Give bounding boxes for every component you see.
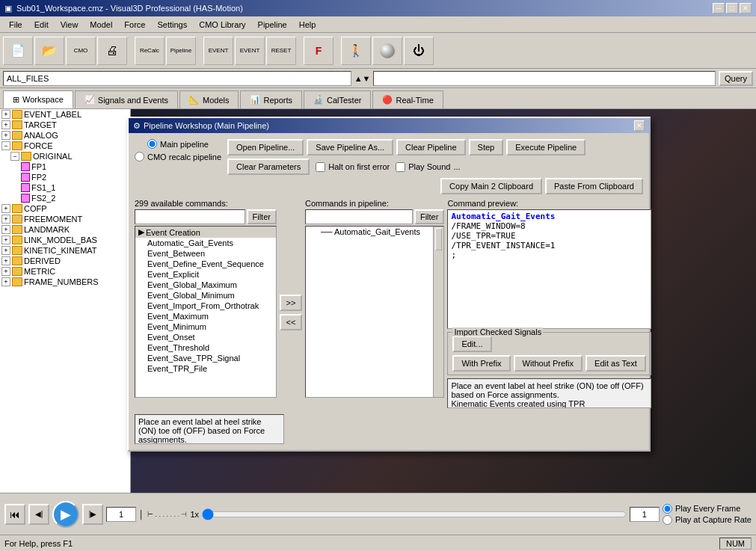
play-button[interactable]: ▶ bbox=[52, 501, 79, 528]
step-back-button[interactable]: ◀| bbox=[28, 504, 49, 525]
play-every-frame-option[interactable]: Play Every Frame bbox=[663, 504, 752, 514]
tree-item-kinetic[interactable]: + KINETIC_KINEMAT bbox=[0, 245, 130, 256]
expander-icon[interactable]: + bbox=[1, 256, 10, 265]
tree-item-cofp[interactable]: + COFP bbox=[0, 203, 130, 214]
list-item-import-ortho[interactable]: Event_Import_From_Orthotrak bbox=[135, 301, 276, 311]
menu-cmo-library[interactable]: CMO Library bbox=[193, 19, 251, 31]
halt-checkbox-label[interactable]: Halt on first error bbox=[316, 162, 390, 172]
mid-filter-button[interactable]: Filter bbox=[414, 209, 444, 224]
radio-cmo-input[interactable] bbox=[135, 152, 144, 161]
playback-slider[interactable] bbox=[202, 507, 627, 522]
tree-item-fs22[interactable]: FS2_2 bbox=[0, 193, 130, 203]
menu-view[interactable]: View bbox=[55, 19, 84, 31]
expander-icon[interactable]: − bbox=[1, 141, 10, 150]
list-item-explicit[interactable]: Event_Explicit bbox=[135, 269, 276, 280]
execute-pipeline-button[interactable]: Execute Pipeline bbox=[506, 139, 586, 156]
event-creation-group[interactable]: ▶ Event Creation bbox=[135, 227, 276, 238]
edit-as-text-button[interactable]: Edit as Text bbox=[586, 355, 646, 372]
sphere-button[interactable] bbox=[372, 37, 402, 65]
menu-file[interactable]: File bbox=[3, 19, 28, 31]
play-every-frame-radio[interactable] bbox=[663, 504, 672, 514]
remove-from-pipeline-button[interactable]: << bbox=[280, 314, 302, 330]
list-item-global-min[interactable]: Event_Global_Minimum bbox=[135, 290, 276, 301]
menu-settings[interactable]: Settings bbox=[151, 19, 193, 31]
skip-start-button[interactable]: ⏮ bbox=[4, 504, 25, 525]
tree-item-freemoment[interactable]: + FREEMOMENT bbox=[0, 214, 130, 224]
halt-checkbox[interactable] bbox=[316, 162, 325, 172]
tab-workspace[interactable]: ⊞ Workspace bbox=[3, 90, 73, 108]
without-prefix-button[interactable]: Without Prefix bbox=[514, 355, 583, 372]
play-sound-label[interactable]: Play Sound ... bbox=[396, 162, 460, 172]
maximize-button[interactable]: □ bbox=[726, 3, 738, 13]
expander-icon[interactable]: + bbox=[1, 204, 10, 213]
list-item-maximum[interactable]: Event_Maximum bbox=[135, 311, 276, 321]
force-button[interactable]: F bbox=[304, 37, 334, 65]
play-capture-rate-radio[interactable] bbox=[663, 515, 672, 525]
print-button[interactable]: 🖨 bbox=[97, 37, 127, 65]
expander-icon[interactable]: + bbox=[1, 236, 10, 244]
scrollbar-thumb[interactable] bbox=[435, 228, 442, 250]
close-button[interactable]: ✕ bbox=[740, 3, 752, 13]
edit-button[interactable]: Edit... bbox=[452, 336, 491, 352]
expander-icon[interactable]: − bbox=[10, 152, 19, 161]
pipeline-button[interactable]: Pipeline bbox=[166, 37, 196, 65]
expander-icon[interactable]: + bbox=[1, 225, 10, 234]
address-arrows[interactable]: ▲▼ bbox=[354, 74, 371, 83]
open-button[interactable]: 📂 bbox=[34, 37, 64, 65]
tab-realtime[interactable]: 🔴 Real-Time bbox=[372, 90, 443, 108]
list-item-define-seq[interactable]: Event_Define_Event_Sequence bbox=[135, 259, 276, 269]
frame-number-input[interactable] bbox=[106, 507, 136, 522]
tree-item-link-model[interactable]: + LINK_MODEL_BAS bbox=[0, 235, 130, 245]
tab-reports[interactable]: 📊 Reports bbox=[240, 90, 302, 108]
step-forward-button[interactable]: |▶ bbox=[82, 504, 103, 525]
cmo-button[interactable]: CMO bbox=[66, 37, 96, 65]
tree-item-frame-numbers[interactable]: + FRAME_NUMBERS bbox=[0, 277, 130, 287]
expander-icon[interactable]: + bbox=[1, 246, 10, 255]
list-item-between[interactable]: Event_Between bbox=[135, 248, 276, 259]
query-button[interactable]: Query bbox=[719, 71, 753, 86]
list-item-tpr-file[interactable]: Event_TPR_File bbox=[135, 363, 276, 374]
clear-pipeline-button[interactable]: Clear Pipeline bbox=[396, 139, 465, 156]
address-input[interactable] bbox=[3, 71, 351, 86]
tree-item-target[interactable]: + TARGET bbox=[0, 120, 130, 130]
new-button[interactable]: 📄 bbox=[3, 37, 33, 65]
minimize-button[interactable]: ─ bbox=[713, 3, 725, 13]
tree-item-analog[interactable]: + ANALOG bbox=[0, 130, 130, 141]
radio-cmo-pipeline[interactable]: CMO recalc pipeline bbox=[135, 152, 221, 161]
expander-icon[interactable]: + bbox=[1, 131, 10, 140]
mid-filter-input[interactable] bbox=[305, 209, 413, 224]
tree-item-original[interactable]: − ORIGINAL bbox=[0, 151, 130, 161]
event2-button[interactable]: EVENT bbox=[235, 37, 265, 65]
skeleton-button[interactable]: 🚶 bbox=[341, 37, 371, 65]
tree-item-metric[interactable]: + METRIC bbox=[0, 266, 130, 277]
tab-signals[interactable]: 📈 Signals and Events bbox=[75, 90, 178, 108]
clear-params-button[interactable]: Clear Parameters bbox=[227, 158, 310, 175]
play-capture-rate-option[interactable]: Play at Capture Rate bbox=[663, 515, 752, 525]
expander-icon[interactable]: + bbox=[1, 110, 10, 119]
with-prefix-button[interactable]: With Prefix bbox=[452, 355, 510, 372]
expander-icon[interactable]: + bbox=[1, 215, 10, 224]
paste-clipboard-button[interactable]: Paste From Clipboard bbox=[545, 178, 643, 194]
list-item-auto-gait[interactable]: Automatic_Gait_Events bbox=[135, 238, 276, 248]
tree-item-fp2[interactable]: FP2 bbox=[0, 172, 130, 182]
list-item-threshold[interactable]: Event_Threshold bbox=[135, 342, 276, 353]
end-frame-input[interactable] bbox=[630, 507, 660, 522]
list-item-global-max[interactable]: Event_Global_Maximum bbox=[135, 280, 276, 290]
left-filter-button[interactable]: Filter bbox=[247, 209, 277, 224]
menu-force[interactable]: Force bbox=[118, 19, 151, 31]
save-pipeline-as-button[interactable]: Save Pipeline As... bbox=[307, 139, 393, 156]
reset-button[interactable]: RESET bbox=[266, 37, 296, 65]
radio-main-input[interactable] bbox=[147, 139, 157, 149]
menu-model[interactable]: Model bbox=[84, 19, 118, 31]
recalc-button[interactable]: ReCalc bbox=[135, 37, 165, 65]
tree-item-fp1[interactable]: FP1 bbox=[0, 161, 130, 172]
tab-caltester[interactable]: 🔬 CalTester bbox=[304, 90, 371, 108]
tree-item-landmark[interactable]: + LANDMARK bbox=[0, 224, 130, 235]
menu-help[interactable]: Help bbox=[293, 19, 322, 31]
open-pipeline-button[interactable]: Open Pipeline... bbox=[227, 139, 304, 156]
list-item-save-tpr[interactable]: Event_Save_TPR_Signal bbox=[135, 353, 276, 363]
expander-icon[interactable]: + bbox=[1, 277, 10, 286]
expander-icon[interactable]: + bbox=[1, 120, 10, 129]
add-to-pipeline-button[interactable]: >> bbox=[280, 295, 302, 311]
scrollbar[interactable] bbox=[433, 227, 443, 397]
